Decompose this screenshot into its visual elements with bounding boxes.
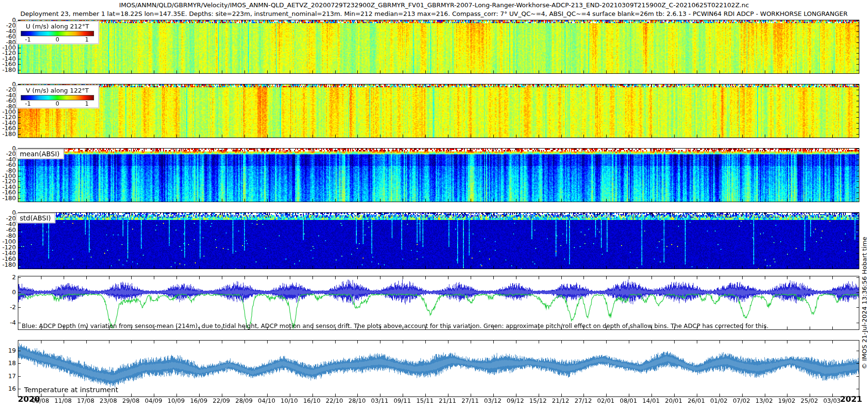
colorbar-tick-mid: 0: [55, 100, 59, 107]
x-date-label: 21/11: [435, 397, 460, 404]
x-date-label: 22/10: [322, 397, 347, 404]
x-date-label: 09/11: [390, 397, 415, 404]
panel-mean-absi: [18, 148, 859, 202]
x-date-label: 15/12: [526, 397, 551, 404]
y-tick-label: 0: [0, 288, 16, 296]
y-tick-label: -2: [0, 303, 16, 311]
legend-v-title: V (m/s) along 122°T: [16, 86, 98, 94]
x-date-label: 04/09: [141, 397, 166, 404]
x-date-label: 15/11: [412, 397, 437, 404]
y-tick-label: 18: [0, 359, 16, 367]
label-mean-absi: mean(ABSI): [16, 149, 64, 159]
y-tick-label: 19: [0, 347, 16, 354]
x-date-label: 17/08: [73, 397, 98, 404]
x-date-label: 29/08: [118, 397, 143, 404]
legend-u-title: U (m/s) along 212°T: [16, 22, 98, 30]
x-date-label: 11/08: [51, 397, 76, 404]
x-date-label: 28/09: [231, 397, 257, 404]
x-date-label: 19/02: [774, 397, 799, 404]
colorbar-tick-min: -1: [25, 100, 31, 107]
x-date-label: 28/10: [344, 397, 369, 404]
legend-v-velocity: V (m/s) along 122°T -1 0 1: [16, 85, 99, 108]
x-date-label: 09/12: [503, 397, 528, 404]
x-date-label: 07/02: [729, 397, 754, 404]
x-date-label: 01/02: [706, 397, 732, 404]
panel-std-absi: [18, 212, 859, 269]
panel-temperature: [18, 340, 859, 397]
colorbar-tick-min: -1: [25, 36, 31, 43]
x-date-label: 04/10: [254, 397, 279, 404]
x-date-label: 03/03: [819, 397, 844, 404]
x-date-label: 22/09: [209, 397, 234, 404]
temperature-line-canvas: [18, 341, 859, 396]
u-colorbar: [21, 31, 94, 36]
legend-u-velocity: U (m/s) along 212°T -1 0 1: [16, 21, 99, 44]
x-date-label: 13/02: [752, 397, 777, 404]
x-date-label: 21/12: [548, 397, 573, 404]
colorbar-tick-max: 1: [85, 36, 89, 43]
x-date-label: 10/10: [277, 397, 302, 404]
depth-variation-annotation: Blue: ADCP Depth (m) variation from sens…: [22, 322, 769, 329]
x-date-label: 08/01: [616, 397, 641, 404]
y-tick-label: -180: [0, 66, 16, 73]
y-tick-label: 2: [0, 273, 16, 281]
std-absi-heatmap-canvas: [18, 213, 859, 269]
y-tick-label: -180: [0, 194, 16, 202]
x-date-label: 03/12: [480, 397, 505, 404]
x-date-label: 27/12: [570, 397, 596, 404]
panel-u-velocity: [18, 20, 859, 74]
x-date-label: 23/08: [96, 397, 121, 404]
x-date-label: 02/01: [593, 397, 618, 404]
x-date-label: 27/11: [458, 397, 483, 404]
imos-watermark: © IMOS 21-Jul-2024 13:36:56 Hobart time: [861, 235, 868, 371]
panel-v-velocity: [18, 84, 859, 138]
x-date-label: 26/01: [684, 397, 709, 404]
x-date-label: 10/09: [163, 397, 189, 404]
y-tick-label: 17: [0, 372, 16, 380]
y-tick-label: -4: [0, 319, 16, 326]
x-date-label: 20/01: [661, 397, 686, 404]
temperature-label: Temperature at instrument: [24, 386, 118, 394]
x-date-label: 16/09: [186, 397, 211, 404]
title-filename: IMOS/ANMN/QLD/GBRMYR/Velocity/IMOS_ANMN-…: [0, 1, 868, 9]
mean-absi-heatmap-canvas: [18, 149, 859, 202]
y-tick-label: 16: [0, 385, 16, 392]
x-date-label: 25/02: [797, 397, 822, 404]
colorbar-tick-mid: 0: [55, 36, 59, 43]
title-deployment-info: Deployment 23, member 1 lat=18.22S lon=1…: [0, 10, 868, 17]
u-velocity-heatmap-canvas: [18, 20, 859, 73]
figure-root: IMOS/ANMN/QLD/GBRMYR/Velocity/IMOS_ANMN-…: [0, 0, 868, 410]
x-date-label: 16/10: [299, 397, 325, 404]
colorbar-tick-max: 1: [85, 100, 89, 107]
x-date-label: 14/01: [638, 397, 664, 404]
x-date-label: 05/08: [28, 397, 53, 404]
x-date-label: 03/11: [367, 397, 392, 404]
depth-variation-line-canvas: [18, 276, 859, 329]
v-colorbar: [21, 95, 94, 100]
label-std-absi: std(ABSI): [16, 213, 55, 223]
y-tick-label: -180: [0, 261, 16, 268]
y-tick-label: -180: [0, 130, 16, 137]
v-velocity-heatmap-canvas: [18, 84, 859, 137]
